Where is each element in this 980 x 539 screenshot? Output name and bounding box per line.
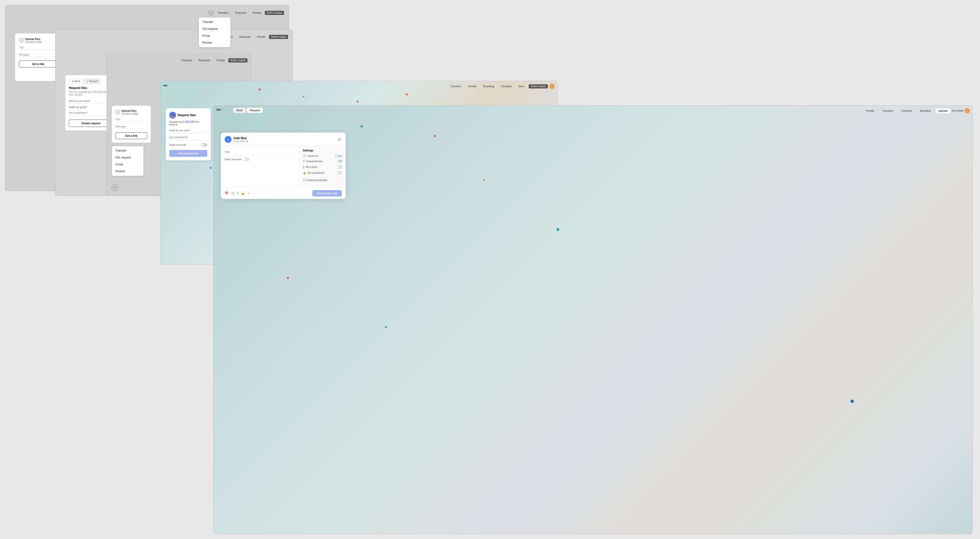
tab-requests-1[interactable]: Requests — [232, 10, 249, 16]
map-dot — [303, 96, 304, 97]
tab-requests-2[interactable]: Requests — [237, 34, 253, 40]
tab-branding-5[interactable]: Branding — [917, 108, 934, 113]
tab-transfers-4[interactable]: Transfers — [447, 84, 464, 89]
get-request-link-btn-4[interactable]: Get request link — [169, 150, 207, 157]
footer-calendar-icon[interactable]: 📅 — [225, 192, 228, 195]
customise-label: Customise transfer — [307, 179, 327, 181]
tab-more-4[interactable]: More — [516, 84, 527, 89]
tab-transfers-5[interactable]: Transfers — [879, 108, 896, 113]
message-label-1: Message — [19, 53, 57, 57]
tab-transfers-3[interactable]: Transfers — [178, 57, 195, 63]
dropdown-portal[interactable]: Portal — [199, 32, 230, 39]
set-password-label: Set a password — [307, 172, 325, 174]
tab-contacts-5[interactable]: Contacts — [899, 108, 915, 113]
plus-button-1[interactable]: + — [208, 10, 214, 16]
create-request-btn-2[interactable]: Create request — [69, 119, 113, 127]
user-avatar-5[interactable] — [964, 108, 970, 113]
map-dot-5 — [483, 179, 485, 181]
panel4-icon: 📥 — [169, 112, 176, 119]
panel-title-2: Request files — [69, 86, 113, 90]
window5-nav: Portals Transfers Contacts Branding Upgr… — [863, 108, 970, 113]
upload-card-3: + Upload files Or select a folder Title … — [112, 106, 151, 143]
tab-portals-4[interactable]: Portals — [466, 84, 479, 89]
price-toggle[interactable] — [336, 165, 342, 169]
brand-badge-1: Reflect Digital — [265, 11, 284, 15]
lock-icon: 🔒 — [303, 171, 306, 175]
send-tab-2[interactable]: ✈ Send — [69, 79, 83, 84]
download-label: Download limit — [306, 160, 322, 163]
instructions-input-2[interactable] — [69, 110, 113, 116]
map-dot-5 — [850, 400, 854, 403]
what-input-4[interactable] — [169, 128, 207, 133]
tab-requests-3[interactable]: Requests — [196, 57, 213, 63]
map-dot — [406, 93, 408, 95]
panel-subtitle-2: You can request up to 200 GB transfers f… — [69, 91, 113, 96]
add-files-modal: + Add files Up to 200 GB ✕ Notify via em… — [221, 132, 346, 199]
map-dot-5 — [434, 135, 436, 137]
notify-toggle-4[interactable] — [201, 143, 207, 146]
customise-icon: ⚙ — [303, 179, 305, 182]
dropdown-menu-1: Transfer File request Portal Review — [199, 17, 231, 47]
what-input-2[interactable] — [69, 99, 113, 104]
message-label-3: Message — [115, 125, 147, 129]
upgrade-btn-5[interactable]: Upgrade — [935, 108, 950, 113]
map-dot — [357, 101, 358, 102]
clock-icon: 🕐 — [303, 154, 306, 157]
plus-float-3[interactable]: + — [112, 184, 118, 191]
download-value: 200 — [338, 160, 342, 163]
map-dot-5 — [360, 125, 363, 128]
tab-contacts-4[interactable]: Contacts — [498, 84, 514, 89]
expires-label: Expires in — [307, 154, 318, 157]
footer-share-icon[interactable]: ↗ — [247, 192, 250, 195]
send-tab-5[interactable]: Send — [233, 108, 246, 113]
tab-portals-2[interactable]: Portals — [254, 34, 268, 40]
panel4-subtitle: Request up to 200 GB from anyone — [169, 121, 207, 126]
title-label-1: Title — [19, 46, 57, 50]
title-label-3: Title — [115, 118, 147, 122]
set-price-label: Set a price — [305, 165, 317, 168]
dropdown3-portal[interactable]: Portal — [112, 161, 143, 168]
modal-title-input[interactable] — [225, 149, 295, 155]
toggle-label-4: Notify via email — [169, 143, 186, 146]
toggle-label-2: Notify via email? — [69, 106, 87, 108]
footer-more-icon[interactable]: ⋯ — [252, 192, 255, 195]
tab-transfers-1[interactable]: Transfers — [215, 10, 232, 16]
upload-card-1: + Upload files Or select a folder Title … — [15, 33, 62, 81]
price-icon: $ — [303, 165, 304, 169]
request-tab-2[interactable]: ✓ Request — [84, 79, 101, 84]
tab-portals-5[interactable]: Portals — [863, 108, 877, 113]
upload-subtitle-1[interactable]: Or select a folder — [25, 40, 42, 43]
footer-dollar-icon[interactable]: $ — [237, 192, 239, 195]
footer-lock-icon[interactable]: 🔒 — [241, 192, 245, 195]
dropdown-transfer[interactable]: Transfer — [199, 19, 230, 25]
tab-branding-4[interactable]: Branding — [481, 84, 497, 89]
upload-icon-3: + — [115, 110, 120, 114]
customise-arrow: → — [340, 179, 342, 182]
window1-nav: + Transfers Requests Portals Reflect Dig… — [208, 10, 284, 16]
instructions-input-4[interactable] — [169, 135, 207, 140]
get-link-btn-3[interactable]: Get a link — [115, 132, 147, 139]
dropdown3-review[interactable]: Review — [112, 168, 143, 175]
dropdown-review[interactable]: Review — [199, 39, 230, 46]
dropdown3-file-request[interactable]: File request — [112, 154, 143, 161]
tab-portals-1[interactable]: Portals — [250, 10, 264, 16]
brand-badge-3: Reflect Digital — [228, 58, 247, 62]
password-toggle[interactable] — [336, 171, 342, 175]
request-tab-5[interactable]: Request — [247, 108, 263, 113]
map-dot — [259, 89, 261, 91]
modal-add-icon: + — [225, 136, 232, 143]
brand-badge-4: Reflect Digital — [529, 84, 548, 89]
get-link-btn-1[interactable]: Get a link — [19, 60, 57, 67]
dropdown3-transfer[interactable]: Transfer — [112, 147, 143, 154]
notify-toggle-5[interactable] — [243, 157, 250, 161]
dropdown-file-request[interactable]: File request — [199, 25, 230, 32]
footer-clock-icon[interactable]: 🕐 — [231, 192, 234, 195]
get-transfer-link-btn[interactable]: Get transfer link — [312, 190, 342, 197]
brand-badge-2: Reflect Digital — [269, 35, 288, 39]
modal-close-btn[interactable]: ✕ — [337, 137, 342, 142]
tab-portals-3[interactable]: Portals — [214, 57, 228, 63]
upload-subtitle-3[interactable]: Or select a folder — [121, 112, 138, 114]
window4-logo: we — [163, 84, 167, 87]
window4-nav: Transfers Portals Branding Contacts More… — [447, 84, 555, 89]
request-panel-4: 📥 Request files Request up to 200 GB fro… — [165, 108, 211, 161]
